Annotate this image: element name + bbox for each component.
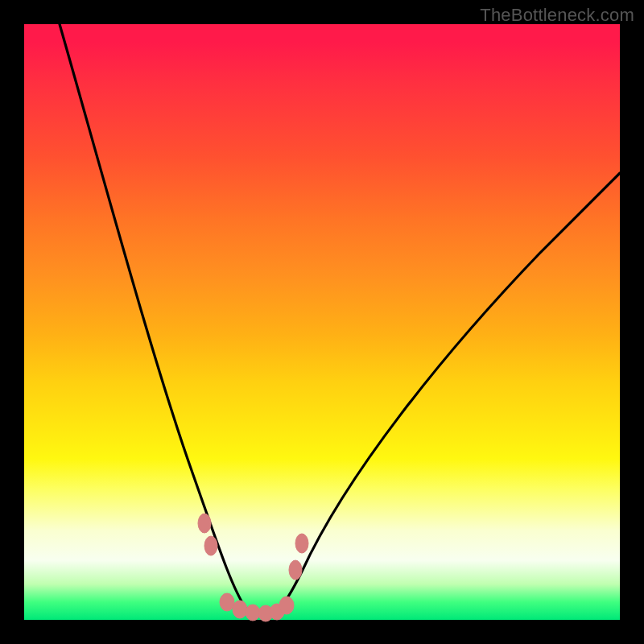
marker-group — [198, 514, 308, 621]
datapoint-marker — [198, 514, 211, 533]
chart-container: TheBottleneck.com — [0, 0, 644, 644]
datapoint-marker — [279, 597, 294, 614]
datapoint-marker — [295, 534, 308, 553]
datapoint-marker — [289, 560, 302, 580]
datapoint-marker — [204, 536, 217, 555]
datapoint-marker — [246, 605, 260, 621]
watermark-text: TheBottleneck.com — [480, 5, 634, 26]
chart-svg-layer — [24, 24, 620, 620]
datapoint-marker — [233, 601, 247, 618]
bottleneck-curve — [60, 24, 620, 617]
datapoint-marker — [220, 593, 234, 611]
